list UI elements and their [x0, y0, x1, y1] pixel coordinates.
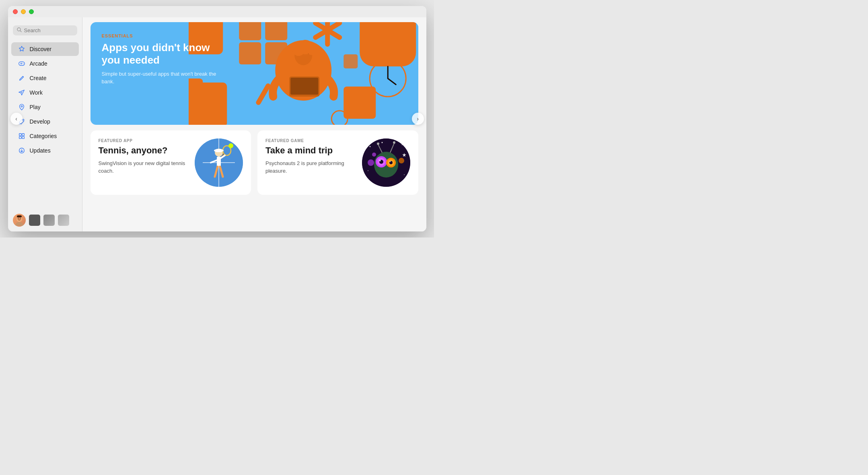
svg-rect-21 — [239, 42, 261, 64]
featured-app-image — [195, 138, 243, 187]
featured-app-card[interactable]: FEATURED APP Tennis, anyone? SwingVision… — [91, 130, 251, 195]
search-icon — [17, 27, 22, 33]
svg-point-32 — [306, 44, 318, 55]
featured-row: ‹ FEATURED APP Tennis, anyone? SwingVisi… — [91, 130, 418, 201]
svg-rect-9 — [22, 136, 24, 138]
svg-point-72 — [389, 161, 391, 162]
sidebar-label-create: Create — [30, 75, 47, 81]
paper-plane-icon — [18, 89, 26, 97]
sidebar-label-arcade: Arcade — [30, 60, 47, 67]
arrow-down-icon — [18, 147, 26, 155]
sidebar-item-create[interactable]: Create — [11, 71, 79, 85]
featured-app-tag: FEATURED APP — [99, 138, 189, 143]
search-input[interactable] — [24, 27, 73, 33]
minimize-button[interactable] — [21, 9, 26, 14]
svg-point-3 — [22, 63, 23, 64]
svg-rect-39 — [343, 87, 376, 119]
svg-point-62 — [381, 142, 383, 143]
chevron-right-icon: › — [417, 116, 419, 122]
hero-text: ESSENTIALS Apps you didn't know you need… — [91, 22, 228, 125]
svg-rect-20 — [265, 22, 287, 40]
sidebar-label-develop: Develop — [30, 118, 50, 125]
svg-point-59 — [401, 144, 403, 145]
svg-point-60 — [368, 170, 368, 171]
svg-point-4 — [23, 64, 23, 64]
main-content: ESSENTIALS Apps you didn't know you need… — [82, 6, 426, 231]
sidebar-item-discover[interactable]: Discover — [11, 42, 79, 56]
svg-point-61 — [404, 174, 405, 175]
svg-point-74 — [377, 142, 379, 145]
featured-app-text: FEATURED APP Tennis, anyone? SwingVision… — [99, 138, 189, 175]
sidebar-item-categories[interactable]: Categories — [11, 129, 79, 143]
svg-rect-34 — [290, 78, 318, 95]
grid-icon — [18, 132, 26, 140]
svg-rect-8 — [19, 136, 21, 138]
sidebar-item-updates[interactable]: Updates — [11, 144, 79, 157]
rocket-icon — [18, 103, 26, 111]
sidebar-bottom — [8, 209, 82, 231]
sidebar-label-work: Work — [30, 89, 43, 96]
svg-rect-42 — [343, 54, 358, 68]
search-bar[interactable] — [13, 25, 77, 35]
svg-point-5 — [21, 105, 23, 107]
svg-point-79 — [372, 153, 376, 157]
color-swatch-light — [58, 215, 69, 226]
next-arrow[interactable]: › — [412, 113, 424, 125]
svg-point-78 — [399, 158, 404, 163]
sidebar-item-play[interactable]: Play — [11, 100, 79, 114]
sidebar-label-play: Play — [30, 104, 41, 110]
pencil-icon — [18, 74, 26, 82]
featured-app-title: Tennis, anyone? — [99, 145, 189, 156]
svg-point-71 — [379, 160, 381, 161]
featured-app-desc: SwingVision is your new digital tennis c… — [99, 160, 189, 174]
featured-game-desc: Psychonauts 2 is pure platforming pleasu… — [265, 160, 356, 174]
svg-rect-16 — [17, 215, 22, 217]
svg-point-11 — [15, 222, 23, 226]
hero-banner: ESSENTIALS Apps you didn't know you need… — [91, 22, 418, 125]
hero-title: Apps you didn't know you needed — [102, 41, 217, 66]
featured-game-title: Take a mind trip — [265, 145, 356, 156]
svg-point-76 — [393, 141, 395, 144]
color-swatch-mid — [43, 215, 55, 226]
featured-game-card[interactable]: FEATURED GAME Take a mind trip Psychonau… — [257, 130, 418, 195]
svg-line-1 — [20, 31, 21, 32]
hero-subtitle: Simple but super-useful apps that won't … — [102, 70, 217, 85]
sidebar-label-discover: Discover — [30, 46, 51, 52]
featured-game-tag: FEATURED GAME — [265, 138, 356, 143]
color-swatch-dark — [29, 215, 40, 226]
svg-point-50 — [228, 143, 233, 148]
sidebar-label-updates: Updates — [30, 147, 51, 154]
svg-rect-7 — [22, 134, 24, 136]
maximize-button[interactable] — [29, 9, 34, 14]
sidebar-item-work[interactable]: Work — [11, 86, 79, 99]
title-bar — [8, 6, 426, 17]
svg-rect-56 — [216, 149, 222, 152]
svg-rect-6 — [19, 134, 21, 136]
svg-point-14 — [18, 218, 19, 219]
star-icon — [18, 45, 26, 53]
hero-tag: ESSENTIALS — [102, 33, 217, 38]
sidebar-item-arcade[interactable]: Arcade — [11, 57, 79, 70]
svg-point-15 — [20, 218, 21, 219]
avatar[interactable] — [13, 214, 26, 227]
svg-point-58 — [369, 146, 370, 147]
svg-point-77 — [368, 159, 374, 166]
featured-game-text: FEATURED GAME Take a mind trip Psychonau… — [265, 138, 356, 175]
featured-game-image — [362, 138, 410, 187]
svg-rect-19 — [239, 22, 261, 40]
app-window: Discover Arcade Create — [8, 6, 426, 231]
sidebar-label-categories: Categories — [30, 133, 57, 139]
close-button[interactable] — [13, 9, 18, 14]
gamepad-icon — [18, 60, 26, 68]
